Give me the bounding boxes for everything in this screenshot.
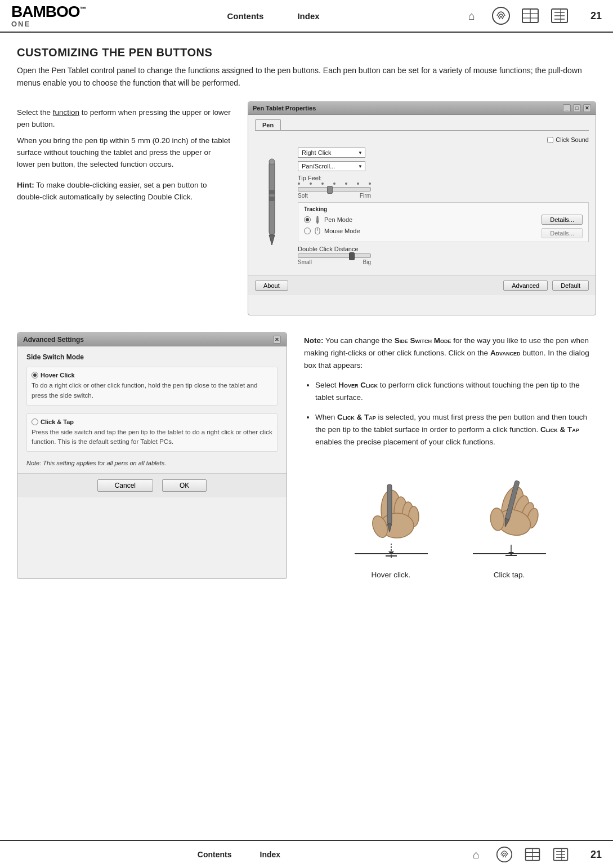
dot7 <box>369 182 371 185</box>
advanced-btn[interactable]: Advanced <box>503 281 548 291</box>
note-label: Note: <box>304 336 324 345</box>
header-contents-link[interactable]: Contents <box>227 11 263 21</box>
mouse-mode-radio[interactable] <box>304 228 311 234</box>
big-label: Big <box>363 259 371 265</box>
about-btn[interactable]: About <box>255 281 288 291</box>
svg-marker-15 <box>316 216 319 222</box>
dbl-click-thumb[interactable] <box>349 252 355 260</box>
advanced-footer: Cancel OK <box>17 473 287 497</box>
tip-feel-label: Tip Feel: <box>298 175 589 181</box>
tip-feel-slider: Soft Firm <box>298 182 589 199</box>
cancel-btn[interactable]: Cancel <box>97 479 153 492</box>
logo-bamboo: BAMBOO™ <box>11 4 84 20</box>
bullet-item-2: When Click & Tap is selected, you must f… <box>315 411 596 448</box>
dialog-title: Pen Tablet Properties <box>253 105 316 112</box>
click-tap-radio-row: Click & Tap <box>32 419 272 425</box>
side-switch-mode-title: Side Switch Mode <box>26 353 278 361</box>
hover-click-radio[interactable] <box>32 372 38 379</box>
hover-click-label: Hover click. <box>372 571 411 579</box>
right-click-dropdown[interactable]: Right Click <box>298 148 365 158</box>
header: BAMBOO™ ONE Contents Index ⌂ <box>0 0 613 33</box>
hover-click-svg <box>349 470 433 566</box>
advanced-settings-dialog: Advanced Settings ✕ Side Switch Mode Hov… <box>17 332 287 579</box>
dbl-click-section: Double Click Distance Small Big <box>298 246 589 265</box>
mouse-mode-label: Mouse Mode <box>324 228 360 234</box>
hover-click-illus: Hover click. <box>349 470 433 579</box>
hover-click-label: Hover Click <box>41 372 75 379</box>
svg-rect-25 <box>387 484 392 524</box>
footer-contents-link[interactable]: Contents <box>198 850 232 859</box>
svg-marker-16 <box>316 222 319 224</box>
default-btn[interactable]: Default <box>552 281 589 291</box>
footer-index-link[interactable]: Index <box>260 850 281 859</box>
click-tap-label: Click tap. <box>494 571 525 579</box>
click-tap-text: Press the side switch and tap the pen ti… <box>32 428 272 447</box>
pen-tablet-dialog: Pen Tablet Properties _ □ ✕ Pen <box>248 101 596 315</box>
hover-click-radio-row: Hover Click <box>32 372 272 379</box>
adv-note: Note: This setting applies for all pens … <box>26 460 278 466</box>
footer-icons: ⌂ 21 <box>467 845 602 864</box>
lines-icon[interactable] <box>550 6 569 25</box>
footer-fingerprint-icon[interactable] <box>495 845 514 864</box>
tip-feel-thumb[interactable] <box>327 186 333 194</box>
ok-btn[interactable]: OK <box>162 479 207 492</box>
pan-scroll-row: Pan/Scroll... <box>298 161 589 171</box>
click-sound-checkbox[interactable] <box>547 137 553 143</box>
pen-controls-col: Click Sound Right Click Pan/Scroll... <box>298 136 589 265</box>
maximize-btn[interactable]: □ <box>573 104 581 112</box>
slider-labels: Soft Firm <box>298 193 371 199</box>
pen-mode-row: Pen Mode <box>304 215 360 224</box>
section-bottom: Advanced Settings ✕ Side Switch Mode Hov… <box>17 332 596 579</box>
header-index-link[interactable]: Index <box>297 11 319 21</box>
tracking-section: Tracking <box>298 202 589 242</box>
svg-rect-12 <box>269 190 275 194</box>
hover-text: When you bring the pen tip within 5 mm (… <box>17 135 231 171</box>
advanced-dialog-body: Side Switch Mode Hover Click To do a rig… <box>17 346 287 473</box>
adv-close-btn[interactable]: ✕ <box>273 336 281 344</box>
footer-home-icon[interactable]: ⌂ <box>467 845 486 864</box>
bottom-btns: Advanced Default <box>503 281 589 291</box>
dialog-title-bar: Pen Tablet Properties _ □ ✕ <box>248 102 596 115</box>
footer-columns-icon[interactable] <box>523 845 542 864</box>
bullet-list: Select Hover Click to perform click func… <box>304 379 596 448</box>
intro-text: Open the Pen Tablet control panel to cha… <box>17 65 591 89</box>
mouse-mode-details-btn[interactable]: Details... <box>542 228 583 238</box>
right-note-col: Note: You can change the Side Switch Mod… <box>304 332 596 579</box>
tip-feel-row: Tip Feel: <box>298 175 589 199</box>
pen-mode-label: Pen Mode <box>324 216 352 223</box>
left-column: Select the function to perform when pres… <box>17 101 231 315</box>
click-tap-illus: Click tap. <box>467 470 552 579</box>
dot5 <box>345 182 347 185</box>
pen-mode-details-btn[interactable]: Details... <box>542 215 583 225</box>
note-text: Note: You can change the Side Switch Mod… <box>304 335 596 371</box>
pen-mode-radio[interactable] <box>304 216 311 223</box>
dialog-body: Pen <box>248 115 596 270</box>
mouse-mode-row: Mouse Mode <box>304 226 360 235</box>
home-icon[interactable]: ⌂ <box>462 6 481 25</box>
dbl-click-label: Double Click Distance <box>298 246 589 252</box>
svg-rect-13 <box>269 197 275 201</box>
page-title: CUSTOMIZING THE PEN BUTTONS <box>17 46 596 59</box>
footer-lines-icon[interactable] <box>551 845 570 864</box>
hover-click-text: To do a right click or other click funct… <box>32 381 272 400</box>
minimize-btn[interactable]: _ <box>563 104 571 112</box>
pan-scroll-dropdown[interactable]: Pan/Scroll... <box>298 161 365 171</box>
dbl-click-track[interactable] <box>298 253 371 258</box>
click-tap-label: Click & Tap <box>41 419 74 425</box>
click-tap-radio[interactable] <box>32 419 38 425</box>
tip-feel-track[interactable] <box>298 187 371 192</box>
click-tap-option: Click & Tap Press the side switch and ta… <box>26 413 278 452</box>
header-page-num: 21 <box>590 10 602 22</box>
soft-label: Soft <box>298 193 308 199</box>
dot2 <box>310 182 312 185</box>
fingerprint-icon[interactable] <box>491 6 511 25</box>
close-btn[interactable]: ✕ <box>583 104 591 112</box>
tracking-title: Tracking <box>304 206 583 212</box>
pen-tab[interactable]: Pen <box>255 119 281 130</box>
bullet-item-1: Select Hover Click to perform click func… <box>315 379 596 403</box>
firm-label: Firm <box>360 193 371 199</box>
header-nav: Contents Index <box>84 11 462 21</box>
adv-win-btns: ✕ <box>273 335 281 344</box>
svg-point-44 <box>497 847 512 862</box>
columns-icon[interactable] <box>521 6 540 25</box>
